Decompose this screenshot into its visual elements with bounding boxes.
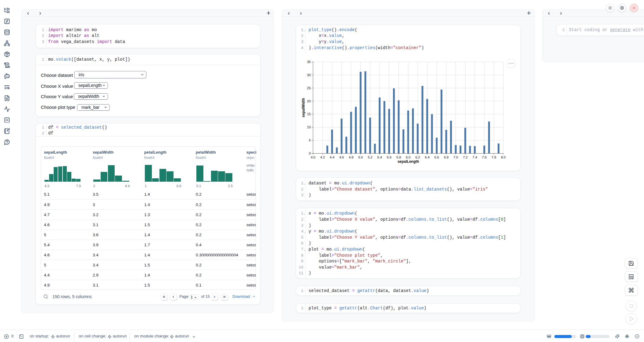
svg-text:6.8: 6.8	[444, 155, 449, 159]
svg-text:10: 10	[307, 125, 311, 129]
svg-text:5.0: 5.0	[358, 155, 363, 159]
svg-text:15: 15	[307, 112, 311, 116]
svg-text:5: 5	[309, 138, 311, 142]
svg-text:7.0: 7.0	[453, 155, 458, 159]
svg-text:4.4: 4.4	[330, 155, 334, 159]
svg-text:5.6: 5.6	[387, 155, 392, 159]
svg-text:30: 30	[307, 73, 311, 77]
svg-text:8.0: 8.0	[501, 155, 506, 159]
svg-text:5.2: 5.2	[368, 155, 372, 159]
svg-text:5.8: 5.8	[396, 155, 401, 159]
svg-text:25: 25	[307, 86, 311, 90]
svg-text:6.0: 6.0	[406, 155, 410, 159]
svg-text:5.4: 5.4	[377, 155, 382, 159]
svg-text:7.4: 7.4	[472, 155, 477, 159]
svg-text:4.8: 4.8	[349, 155, 353, 159]
svg-text:sepalLength: sepalLength	[398, 159, 419, 164]
svg-text:sepalWidth: sepalWidth	[301, 98, 306, 117]
svg-text:4.2: 4.2	[320, 155, 325, 159]
svg-text:0: 0	[309, 151, 311, 155]
svg-text:4.0: 4.0	[311, 155, 315, 159]
svg-text:6.4: 6.4	[425, 155, 429, 159]
svg-text:6.6: 6.6	[435, 155, 439, 159]
svg-text:6.2: 6.2	[415, 155, 420, 159]
svg-text:35: 35	[307, 60, 311, 64]
svg-text:4.6: 4.6	[339, 155, 344, 159]
svg-text:7.2: 7.2	[463, 155, 467, 159]
svg-text:7.8: 7.8	[492, 155, 496, 159]
svg-text:7.6: 7.6	[482, 155, 487, 159]
svg-text:20: 20	[307, 99, 311, 103]
